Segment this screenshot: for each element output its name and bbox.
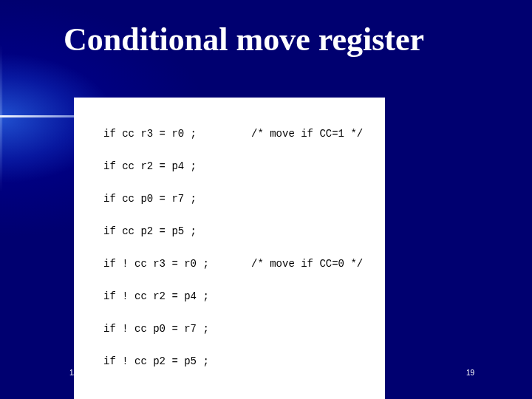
- page-title: Conditional move register: [64, 21, 424, 58]
- code-line: if ! cc p0 = r7 ;: [74, 321, 385, 337]
- slide: Conditional move register if cc r3 = r0 …: [0, 0, 532, 399]
- code-comment: /* move if CC=1 */: [251, 126, 363, 142]
- code-text: if cc p2 = p5 ;: [103, 225, 197, 237]
- code-text: if ! cc r2 = p4 ;: [103, 290, 209, 302]
- footer-line3: Canada: [253, 380, 279, 388]
- code-text: if ! cc r3 = r0 ;: [103, 258, 209, 270]
- flare-vertical: [0, 44, 1, 192]
- footer-date: 1/6/2022: [69, 369, 98, 377]
- footer-center: Timer Control – Lab. 3, Copyright M. Smi…: [170, 362, 362, 389]
- footer-line2: Copyright M. Smith, ECE, University of C…: [188, 371, 344, 379]
- footer-line1: Timer Control – Lab. 3,: [228, 362, 304, 370]
- code-line: if cc p2 = p5 ;: [74, 223, 385, 239]
- code-comment: /* move if CC=0 */: [251, 256, 363, 272]
- code-line: if ! cc r2 = p4 ;: [74, 288, 385, 304]
- code-text: if cc r2 = p4 ;: [103, 160, 197, 172]
- code-text: if ! cc p0 = r7 ;: [103, 323, 209, 335]
- footer-page-number: 19: [466, 369, 474, 377]
- code-block: if cc r3 = r0 ;/* move if CC=1 */ if cc …: [74, 98, 385, 399]
- code-text: if cc r3 = r0 ;: [103, 128, 197, 140]
- code-line: if cc p0 = r7 ;: [74, 191, 385, 207]
- code-line: if cc r3 = r0 ;/* move if CC=1 */: [74, 126, 385, 142]
- code-line: if cc r2 = p4 ;: [74, 158, 385, 174]
- code-line: if ! cc r3 = r0 ;/* move if CC=0 */: [74, 256, 385, 272]
- code-text: if cc p0 = r7 ;: [103, 193, 197, 205]
